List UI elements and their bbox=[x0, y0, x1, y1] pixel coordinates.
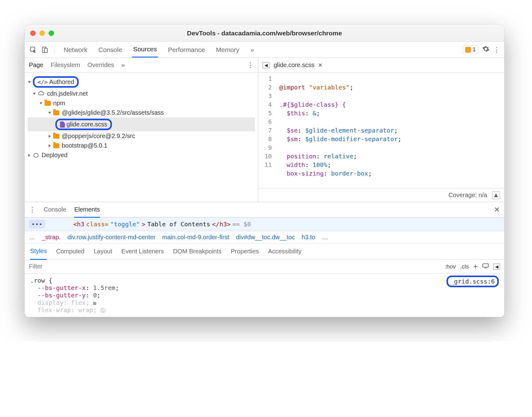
close-window-button[interactable] bbox=[30, 30, 36, 36]
line-gutter: 1234567891011 bbox=[258, 73, 277, 188]
warning-icon: ! bbox=[465, 47, 471, 53]
subtab-styles[interactable]: Styles bbox=[30, 248, 47, 260]
subtab-overrides[interactable]: Overrides bbox=[87, 62, 114, 69]
svg-rect-2 bbox=[44, 48, 47, 53]
navigator-tabs: Page Filesystem Overrides » ⋮ bbox=[25, 58, 258, 73]
folder-icon bbox=[53, 110, 59, 115]
separator bbox=[54, 46, 54, 54]
code-editor[interactable]: 1234567891011 @import "variables"; .#{$g… bbox=[258, 73, 504, 188]
toggle-navigator-icon[interactable]: ◀ bbox=[263, 62, 269, 68]
subtabs-overflow-icon[interactable]: » bbox=[121, 62, 125, 69]
tree-npm[interactable]: npm bbox=[28, 98, 255, 108]
editor-tab-label: glide.core.scss bbox=[274, 62, 314, 69]
editor-tabs: ◀ glide.core.scss ✕ bbox=[258, 58, 504, 73]
styles-subtabs: Styles Computed Layout Event Listeners D… bbox=[25, 244, 504, 260]
subtab-computed[interactable]: Computed bbox=[56, 248, 84, 255]
toggle-sidebar-icon[interactable]: ◀ bbox=[493, 264, 500, 270]
editor-pane: ◀ glide.core.scss ✕ 1234567891011 @impor… bbox=[258, 58, 504, 202]
zoom-window-button[interactable] bbox=[49, 30, 54, 36]
source-link[interactable]: _grid.scss:6 bbox=[447, 276, 499, 287]
file-icon bbox=[60, 121, 65, 128]
tree-label: @glidejs/glide@3.5.2/src/assets/sass bbox=[62, 109, 164, 116]
tab-network[interactable]: Network bbox=[62, 42, 89, 57]
subtab-layout[interactable]: Layout bbox=[94, 248, 112, 255]
subtab-event-listeners[interactable]: Event Listeners bbox=[121, 248, 164, 255]
warning-count: 1 bbox=[473, 46, 476, 53]
hover-states-button[interactable]: :hov bbox=[445, 263, 456, 270]
tree-file-selected[interactable]: glide.core.scss bbox=[28, 117, 255, 131]
code-icon: </> bbox=[38, 79, 48, 85]
editor-tab[interactable]: glide.core.scss ✕ bbox=[274, 62, 323, 69]
chevron-right-icon bbox=[49, 144, 51, 147]
close-drawer-icon[interactable]: ✕ bbox=[494, 205, 500, 214]
drawer-tab-console[interactable]: Console bbox=[44, 206, 66, 213]
tree-cdn[interactable]: cdn.jsdelivr.net bbox=[28, 89, 255, 98]
breadcrumb[interactable]: … _strap. div.row.justify-content-md-cen… bbox=[25, 231, 504, 244]
tree-deployed[interactable]: Deployed bbox=[28, 150, 255, 160]
chevron-right-icon bbox=[28, 154, 30, 157]
minimize-window-button[interactable] bbox=[39, 30, 45, 36]
window-controls bbox=[30, 30, 54, 36]
styles-filter-input[interactable] bbox=[29, 263, 440, 270]
cloud-icon bbox=[38, 90, 45, 97]
device-toggle-icon[interactable] bbox=[41, 46, 49, 54]
drawer-more-icon[interactable]: ⋮ bbox=[29, 206, 36, 214]
expand-dots-icon[interactable]: ••• bbox=[29, 220, 45, 228]
devtools-window: DevTools - datacadamia.com/web/browser/c… bbox=[25, 25, 504, 317]
subtab-filesystem[interactable]: Filesystem bbox=[51, 62, 80, 69]
tree-bootstrap-folder[interactable]: bootstrap@5.0.1 bbox=[28, 141, 255, 150]
tree-label: @popperjs/core@2.9.2/src bbox=[62, 133, 135, 140]
tree-label: Authored bbox=[49, 78, 74, 85]
panel-tabs: Network Console Sources Performance Memo… bbox=[62, 42, 255, 58]
svg-rect-3 bbox=[483, 264, 488, 267]
settings-gear-icon[interactable] bbox=[482, 45, 490, 54]
collapse-drawer-icon[interactable]: ▲ bbox=[492, 191, 500, 199]
tree-label: Deployed bbox=[42, 152, 68, 159]
sources-panel: Page Filesystem Overrides » ⋮ </> Author… bbox=[25, 58, 504, 202]
tree-label: cdn.jsdelivr.net bbox=[47, 90, 88, 97]
folder-icon bbox=[53, 143, 59, 148]
subtab-accessibility[interactable]: Accessibility bbox=[268, 248, 302, 255]
chevron-down-icon bbox=[33, 93, 36, 95]
warnings-badge[interactable]: ! 1 bbox=[463, 46, 478, 54]
tree-authored[interactable]: </> Authored bbox=[28, 75, 255, 89]
tree-label: npm bbox=[53, 100, 65, 107]
drawer-tab-elements[interactable]: Elements bbox=[74, 206, 100, 218]
info-icon[interactable]: ⓘ bbox=[101, 308, 105, 313]
chevron-down-icon bbox=[40, 102, 43, 104]
titlebar: DevTools - datacadamia.com/web/browser/c… bbox=[25, 25, 504, 42]
navigator-pane: Page Filesystem Overrides » ⋮ </> Author… bbox=[25, 58, 258, 202]
editor-footer: Coverage: n/a ▲ bbox=[258, 188, 504, 202]
code-content: @import "variables"; .#{$glide-class} { … bbox=[277, 73, 404, 188]
tab-memory[interactable]: Memory bbox=[215, 42, 240, 57]
tabs-overflow-icon[interactable]: » bbox=[249, 42, 255, 57]
tree-label: glide.core.scss bbox=[67, 121, 107, 128]
tab-performance[interactable]: Performance bbox=[167, 42, 206, 57]
new-style-rule-icon[interactable]: + bbox=[473, 262, 478, 271]
chevron-right-icon bbox=[49, 135, 51, 138]
subtab-dom-breakpoints[interactable]: DOM Breakpoints bbox=[173, 248, 222, 255]
folder-icon bbox=[53, 134, 59, 139]
tab-console[interactable]: Console bbox=[97, 42, 123, 57]
device-styles-icon[interactable] bbox=[482, 263, 489, 270]
css-selector: .row { bbox=[30, 277, 499, 284]
folder-icon bbox=[45, 101, 51, 106]
dom-selected-node[interactable]: ••• <h3 class="toggle">Table of Contents… bbox=[25, 217, 504, 231]
coverage-label: Coverage: n/a bbox=[448, 192, 487, 199]
chevron-down-icon bbox=[28, 81, 31, 83]
subtab-properties[interactable]: Properties bbox=[231, 248, 259, 255]
navigator-more-icon[interactable]: ⋮ bbox=[247, 61, 254, 69]
tab-sources[interactable]: Sources bbox=[132, 42, 158, 58]
chevron-down-icon bbox=[48, 112, 51, 114]
more-menu-icon[interactable]: ⋮ bbox=[493, 46, 500, 54]
close-tab-icon[interactable]: ✕ bbox=[318, 62, 323, 69]
main-toolbar: Network Console Sources Performance Memo… bbox=[25, 42, 504, 58]
tree-popper-folder[interactable]: @popperjs/core@2.9.2/src bbox=[28, 131, 255, 141]
flex-icon[interactable]: ▦ bbox=[93, 300, 96, 306]
styles-rule[interactable]: _grid.scss:6 .row { --bs-gutter-x: 1.5re… bbox=[25, 274, 504, 317]
classes-button[interactable]: .cls bbox=[460, 263, 469, 270]
tree-glide-folder[interactable]: @glidejs/glide@3.5.2/src/assets/sass bbox=[28, 108, 255, 117]
subtab-page[interactable]: Page bbox=[29, 62, 43, 69]
inspect-element-icon[interactable] bbox=[29, 46, 38, 54]
file-tree: </> Authored cdn.jsdelivr.net npm bbox=[25, 73, 258, 164]
